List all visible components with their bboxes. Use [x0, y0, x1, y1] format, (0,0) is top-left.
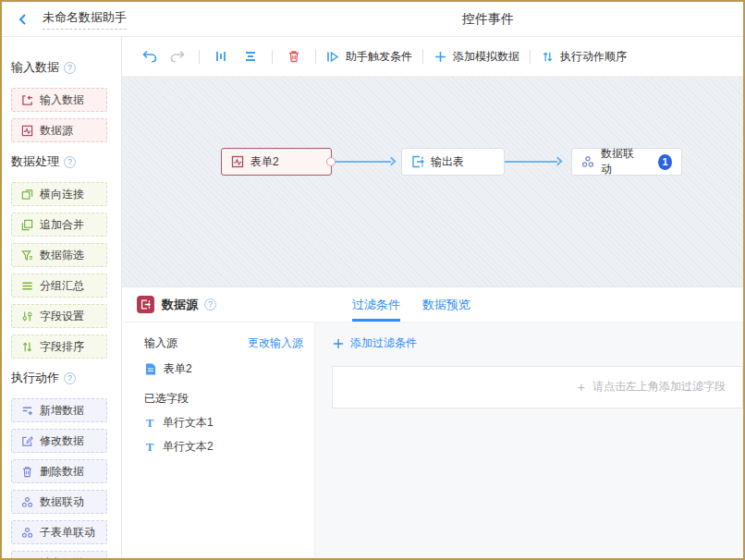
linkage-icon [581, 155, 594, 168]
trash-icon [20, 465, 33, 478]
sidebar-section-input: 输入数据 [11, 59, 121, 76]
linkage-icon [20, 495, 33, 508]
add-data-icon [20, 404, 33, 417]
sidebar-item-label: 字段排序 [40, 339, 84, 355]
field-name: 单行文本2 [163, 439, 214, 455]
field-sort-icon [20, 340, 33, 353]
help-icon[interactable] [204, 298, 216, 310]
back-button[interactable] [17, 13, 30, 26]
sidebar-item-label: 修改数据 [40, 433, 84, 449]
panel-title: 数据源 [162, 297, 198, 313]
sidebar-item-field-sort[interactable]: 字段排序 [11, 335, 107, 359]
filter-empty-state: + 请点击左上角添加过滤字段 [332, 366, 743, 408]
sidebar-item-message-push[interactable]: 消息推送 [11, 551, 107, 558]
sidebar-item-label: 子表单联动 [40, 525, 95, 541]
tab-data-preview[interactable]: 数据预览 [422, 287, 470, 322]
add-mock-data-label: 添加模拟数据 [453, 49, 519, 65]
node-label: 表单2 [250, 154, 279, 170]
field-name: 单行文本1 [163, 415, 214, 431]
datasource-icon [20, 124, 33, 137]
redo-button[interactable] [166, 45, 189, 67]
message-push-icon [20, 556, 33, 558]
sidebar-item-label: 消息推送 [40, 555, 84, 559]
sidebar-item-delete-data[interactable]: 删除数据 [11, 459, 107, 483]
subform-linkage-icon [20, 526, 33, 539]
layout-vertical-icon[interactable] [210, 45, 232, 67]
source-name: 表单2 [164, 361, 192, 377]
change-source-link[interactable]: 更改输入源 [248, 335, 303, 351]
sidebar-section-process: 数据处理 [11, 153, 121, 170]
app-window: 未命名数据助手 控件事件 输入数据 输入数据 数据源 数据 [0, 0, 745, 560]
output-table-icon [411, 155, 424, 168]
toolbar-divider [199, 50, 200, 64]
trigger-condition-label: 助手触发条件 [346, 49, 412, 65]
text-field-icon: T [144, 416, 155, 431]
horizontal-join-icon [20, 188, 33, 201]
layout-horizontal-icon[interactable] [239, 45, 262, 67]
add-mock-data-button[interactable]: 添加模拟数据 [434, 49, 519, 65]
sidebar-item-group-summary[interactable]: 分组汇总 [11, 274, 107, 298]
config-panel: 数据源 过滤条件 数据预览 输入源 更改输入源 [122, 286, 743, 558]
field-settings-icon [20, 310, 33, 323]
back-chevron-icon [17, 13, 30, 26]
sidebar-item-input-data[interactable]: 输入数据 [11, 88, 107, 112]
panel-tabs: 过滤条件 数据预览 [352, 287, 470, 322]
plus-icon: + [578, 380, 585, 395]
sidebar-item-datasource[interactable]: 数据源 [11, 118, 107, 142]
flow-edge [336, 161, 391, 163]
plus-icon [332, 337, 345, 350]
plus-icon [434, 50, 446, 63]
undo-button[interactable] [139, 45, 161, 67]
group-summary-icon [20, 279, 33, 292]
flow-canvas[interactable]: 表单2 输出表 数据联动 1 [122, 76, 743, 286]
page-title: 控件事件 [462, 11, 514, 28]
flow-arrow-icon [554, 157, 563, 166]
node-form2[interactable]: 表单2 [221, 148, 332, 176]
sort-order-icon [541, 50, 554, 63]
document-title[interactable]: 未命名数据助手 [43, 9, 127, 30]
toolbar-divider [530, 50, 531, 64]
sidebar-item-horizontal-join[interactable]: 横向连接 [11, 182, 107, 206]
filter-funnel-icon [20, 249, 33, 262]
sidebar-item-add-data[interactable]: 新增数据 [11, 398, 107, 422]
tab-filter-conditions[interactable]: 过滤条件 [352, 287, 400, 322]
canvas-toolbar: 助手触发条件 添加模拟数据 执行动作顺序 [122, 37, 743, 76]
action-order-button[interactable]: 执行动作顺序 [541, 49, 627, 65]
node-output-connector[interactable] [326, 157, 336, 166]
source-item: 表单2 [144, 361, 303, 377]
add-filter-button[interactable]: 添加过滤条件 [332, 335, 417, 351]
section-label: 执行动作 [11, 370, 59, 386]
config-panel-header: 数据源 过滤条件 数据预览 [122, 287, 743, 323]
flow-arrow-icon [387, 157, 397, 166]
delete-node-button[interactable] [283, 45, 305, 67]
import-icon [20, 93, 33, 106]
sidebar-item-data-linkage[interactable]: 数据联动 [11, 490, 107, 514]
sidebar-item-subform-linkage[interactable]: 子表单联动 [11, 520, 107, 544]
sidebar-item-label: 输入数据 [40, 92, 84, 108]
sidebar-item-label: 分组汇总 [40, 278, 84, 294]
help-icon[interactable] [64, 156, 76, 168]
trigger-condition-button[interactable]: 助手触发条件 [326, 49, 412, 65]
node-label: 输出表 [431, 154, 464, 170]
help-icon[interactable] [64, 372, 76, 384]
node-count-badge: 1 [658, 154, 672, 170]
datasource-badge-icon [137, 296, 154, 313]
help-icon[interactable] [64, 62, 76, 74]
node-data-linkage[interactable]: 数据联动 1 [571, 148, 682, 176]
field-item: T 单行文本2 [144, 439, 303, 455]
selected-fields-label: 已选字段 [144, 391, 303, 407]
node-label: 数据联动 [601, 146, 639, 177]
form-doc-icon [144, 363, 157, 376]
node-output-table[interactable]: 输出表 [401, 148, 505, 176]
input-source-panel: 输入源 更改输入源 表单2 已选字段 T 单行文本1 [122, 323, 315, 558]
sidebar-item-data-filter[interactable]: 数据筛选 [11, 243, 107, 267]
sidebar-item-append-merge[interactable]: 追加合并 [11, 213, 107, 237]
sidebar-item-modify-data[interactable]: 修改数据 [11, 429, 107, 453]
sidebar-item-label: 横向连接 [40, 187, 84, 202]
sidebar-section-actions: 执行动作 [11, 370, 121, 386]
sidebar-item-label: 新增数据 [40, 403, 84, 419]
sidebar-item-field-settings[interactable]: 字段设置 [11, 304, 107, 328]
sidebar-item-label: 数据筛选 [40, 248, 84, 263]
trigger-icon [326, 50, 339, 63]
sidebar: 输入数据 输入数据 数据源 数据处理 [2, 37, 122, 558]
